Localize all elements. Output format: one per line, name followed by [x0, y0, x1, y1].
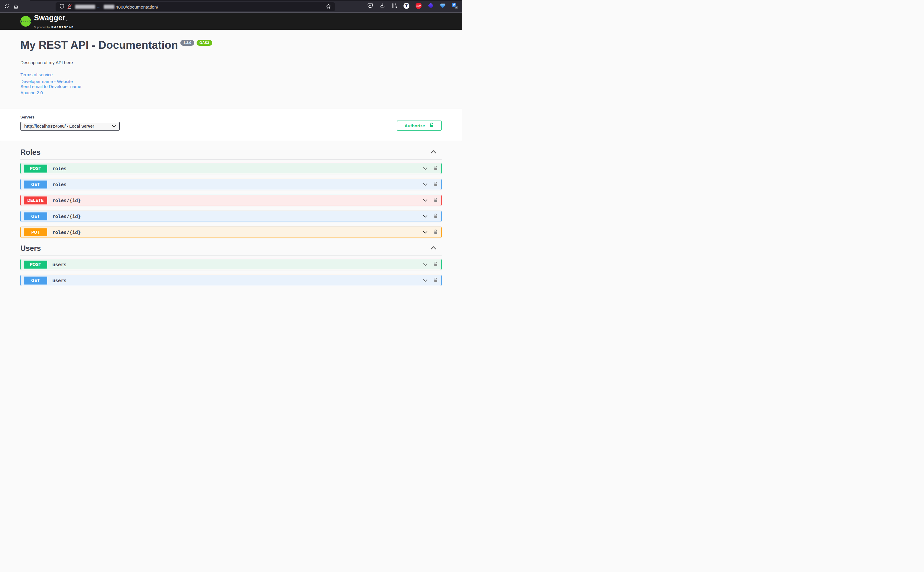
- method-badge: GET: [23, 180, 47, 188]
- operation-path: users: [52, 262, 67, 267]
- shield-icon: [60, 4, 64, 10]
- method-badge: POST: [23, 165, 47, 173]
- expand-operation-button[interactable]: [422, 166, 428, 171]
- auth-lock-button[interactable]: [433, 181, 439, 188]
- unlock-icon: [434, 261, 438, 267]
- expand-operation-button[interactable]: [422, 262, 428, 267]
- trademark: ™: [66, 20, 68, 23]
- auth-lock-button[interactable]: [433, 197, 439, 204]
- method-badge: GET: [23, 213, 47, 221]
- downloads-icon[interactable]: [379, 3, 385, 9]
- browser-toolbar: … :4800/documentation/ T ABP: [0, 0, 462, 13]
- collapse-section-button[interactable]: [431, 246, 436, 250]
- operation-row[interactable]: GET users: [20, 275, 442, 286]
- chevron-up-icon: [431, 246, 436, 250]
- insecure-connection-button[interactable]: [65, 3, 73, 11]
- tag-section-roles: Roles POST roles GET roles DEL: [20, 145, 442, 238]
- developer-email-link[interactable]: Send email to Developer name: [20, 84, 81, 89]
- swagger-topbar: {···} Swagger™ Supported bySMARTBEAR: [0, 13, 462, 30]
- tag-header-users[interactable]: Users: [20, 241, 442, 256]
- unlock-icon: [434, 213, 438, 219]
- chevron-down-icon: [112, 125, 116, 127]
- developer-website-link[interactable]: Developer name - Website: [20, 79, 73, 84]
- tag-title: Users: [20, 244, 41, 253]
- reload-icon: [4, 4, 9, 10]
- library-icon[interactable]: [391, 3, 397, 9]
- license-link[interactable]: Apache 2.0: [20, 90, 43, 95]
- pocket-icon[interactable]: [367, 3, 373, 9]
- chevron-down-icon: [423, 214, 428, 219]
- profile-icon[interactable]: T: [403, 3, 409, 9]
- adblock-icon[interactable]: ABP: [415, 3, 422, 9]
- scheme-container: Servers http://localhost:4500/ - Local S…: [0, 109, 462, 141]
- operation-path: roles/{id}: [52, 214, 81, 219]
- url-bar[interactable]: … :4800/documentation/: [56, 2, 335, 11]
- chevron-down-icon: [423, 230, 428, 235]
- tag-header-roles[interactable]: Roles: [20, 145, 442, 160]
- tag-title: Roles: [20, 148, 40, 157]
- servers-label: Servers: [20, 115, 120, 120]
- operation-row[interactable]: GET roles: [20, 179, 442, 190]
- page-title: My REST API - Documentation: [20, 39, 178, 52]
- expand-operation-button[interactable]: [422, 197, 428, 203]
- operation-row[interactable]: POST users: [20, 259, 442, 270]
- unlock-icon: [434, 182, 438, 187]
- expand-operation-button[interactable]: [422, 230, 428, 235]
- url-redacted-host: [75, 5, 95, 9]
- operations-list: Roles POST roles GET roles DEL: [20, 145, 442, 286]
- api-description: Description of my API here: [20, 60, 442, 65]
- chevron-up-icon: [431, 150, 436, 154]
- url-text[interactable]: … :4800/documentation/: [75, 5, 158, 9]
- auth-lock-button[interactable]: [433, 228, 439, 236]
- url-redacted-host: [104, 5, 114, 9]
- authorize-button[interactable]: Authorize: [397, 121, 442, 131]
- insecure-lock-icon: [67, 4, 72, 10]
- operation-path: roles/{id}: [52, 197, 81, 203]
- method-badge: DELETE: [23, 196, 47, 204]
- version-badge: 1.3.0: [180, 40, 194, 46]
- chevron-down-icon: [423, 182, 428, 187]
- operation-path: roles: [52, 166, 67, 171]
- operation-path: roles/{id}: [52, 230, 81, 235]
- servers-block: Servers http://localhost:4500/ - Local S…: [20, 115, 120, 131]
- reload-button[interactable]: [2, 2, 11, 11]
- collapse-section-button[interactable]: [431, 150, 436, 154]
- expand-operation-button[interactable]: [422, 214, 428, 219]
- tagline-brand: SMARTBEAR: [51, 26, 74, 29]
- operation-row[interactable]: GET roles/{id}: [20, 211, 442, 222]
- bookmark-star-button[interactable]: [324, 3, 333, 11]
- operation-row[interactable]: POST roles: [20, 163, 442, 174]
- operation-row[interactable]: DELETE roles/{id}: [20, 195, 442, 206]
- method-badge: POST: [23, 261, 47, 269]
- unlock-icon: [434, 229, 438, 235]
- extension-diamond-icon[interactable]: [428, 3, 434, 9]
- oas-badge: OAS3: [196, 40, 212, 46]
- auth-lock-button[interactable]: [433, 165, 439, 172]
- chevron-down-icon: [423, 166, 428, 171]
- auth-lock-button[interactable]: [433, 261, 439, 268]
- authorize-label: Authorize: [404, 123, 425, 128]
- translate-icon[interactable]: A a: [452, 3, 458, 9]
- swagger-logo[interactable]: {···} Swagger™ Supported bySMARTBEAR: [20, 14, 442, 29]
- extension-toolbar: T ABP A a: [367, 2, 458, 9]
- expand-operation-button[interactable]: [422, 182, 428, 187]
- chevron-down-icon: [423, 263, 428, 267]
- method-badge: GET: [23, 277, 47, 284]
- unlock-icon: [429, 122, 434, 129]
- tag-section-users: Users POST users GET users: [20, 241, 442, 286]
- operation-path: roles: [52, 182, 67, 187]
- servers-select[interactable]: http://localhost:4500/ - Local Server: [20, 122, 120, 131]
- url-visible-suffix: :4800/documentation/: [114, 5, 158, 9]
- unlock-icon: [434, 277, 438, 283]
- terms-of-service-link[interactable]: Terms of service: [20, 72, 53, 77]
- auth-lock-button[interactable]: [433, 277, 439, 284]
- star-icon: [326, 4, 331, 10]
- home-button[interactable]: [11, 2, 21, 11]
- tracking-protection-button[interactable]: [58, 3, 65, 11]
- operation-row[interactable]: PUT roles/{id}: [20, 227, 442, 238]
- gem-extension-icon[interactable]: [440, 3, 446, 9]
- expand-operation-button[interactable]: [422, 278, 428, 283]
- swagger-logo-icon: {···}: [20, 16, 31, 26]
- auth-lock-button[interactable]: [433, 213, 439, 220]
- tagline-prefix: Supported by: [34, 26, 50, 29]
